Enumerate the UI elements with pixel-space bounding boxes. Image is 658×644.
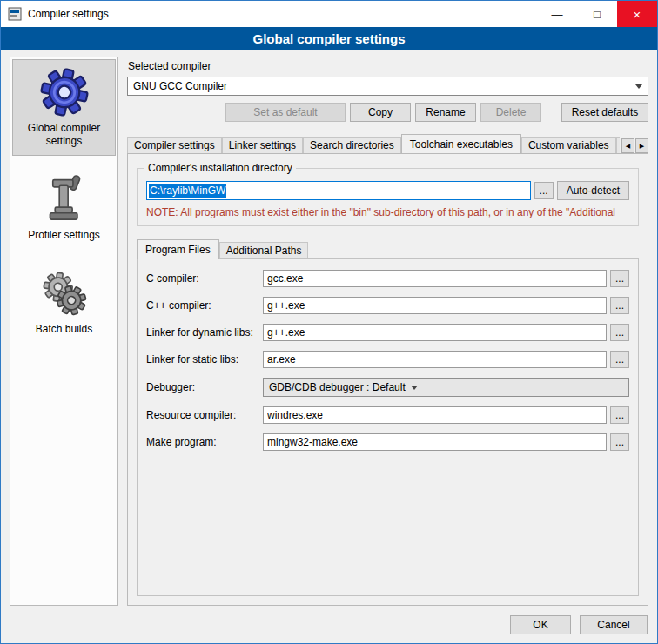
tab-search-directories[interactable]: Search directories <box>303 137 401 153</box>
cancel-button[interactable]: Cancel <box>580 615 648 634</box>
compiler-actions: Set as default Copy Rename Delete Reset … <box>127 103 648 122</box>
form-row: C compiler: ... <box>146 270 629 287</box>
close-button[interactable]: × <box>617 1 657 27</box>
tab-additional-paths[interactable]: Additional Paths <box>219 242 309 258</box>
resource-compiler-browse-button[interactable]: ... <box>610 406 629 424</box>
install-dir-input[interactable]: C:\raylib\MinGW <box>146 181 531 200</box>
linker-static-input[interactable] <box>263 351 607 368</box>
install-dir-selected-text: C:\raylib\MinGW <box>149 184 226 198</box>
auto-detect-button[interactable]: Auto-detect <box>557 181 629 200</box>
tab-scroll-controls: ◀ ▶ <box>621 138 648 153</box>
blue-gear-icon <box>39 67 90 117</box>
tabs-scroll-right-button[interactable]: ▶ <box>635 138 648 153</box>
tab-linker-settings[interactable]: Linker settings <box>222 137 303 153</box>
c-compiler-browse-button[interactable]: ... <box>610 270 629 287</box>
linker-dynamic-browse-button[interactable]: ... <box>610 324 629 341</box>
debugger-select[interactable]: GDB/CDB debugger : Default <box>263 378 629 397</box>
cpp-compiler-input[interactable] <box>263 297 607 314</box>
tab-custom-variables[interactable]: Custom variables <box>521 137 616 153</box>
install-dir-group-title: Compiler's installation directory <box>144 162 296 174</box>
linker-dynamic-input[interactable] <box>263 324 607 341</box>
ok-button[interactable]: OK <box>510 615 571 634</box>
tab-toolchain-executables[interactable]: Toolchain executables <box>401 134 521 153</box>
make-program-label: Make program: <box>146 436 263 448</box>
titlebar: Compiler settings — □ × <box>1 1 657 27</box>
app-icon <box>8 7 22 21</box>
debugger-label: Debugger: <box>146 381 263 393</box>
form-row: Resource compiler: ... <box>146 406 629 424</box>
compiler-settings-window: Compiler settings — □ × Global compiler … <box>0 0 658 644</box>
copy-button[interactable]: Copy <box>350 103 411 122</box>
set-as-default-button[interactable]: Set as default <box>225 103 346 122</box>
program-files-tabs: Program Files Additional Paths <box>137 238 639 258</box>
tab-build[interactable]: Build <box>616 137 620 153</box>
sidebar-item-batch-builds[interactable]: Batch builds <box>12 260 116 344</box>
c-compiler-input[interactable] <box>263 270 607 287</box>
resource-compiler-input[interactable] <box>263 406 607 424</box>
main-area: Selected compiler GNU GCC Compiler Set a… <box>127 57 648 606</box>
profiler-tool-icon <box>41 174 88 225</box>
make-program-input[interactable] <box>263 433 607 451</box>
window-title: Compiler settings <box>28 8 109 20</box>
tab-compiler-settings[interactable]: Compiler settings <box>127 137 222 153</box>
toolchain-panel: Compiler's installation directory C:\ray… <box>127 153 648 606</box>
dropdown-arrow-icon <box>635 84 642 89</box>
tabs-scroll-area: Compiler settings Linker settings Search… <box>127 134 620 153</box>
sidebar-item-global-compiler-settings[interactable]: Global compiler settings <box>12 59 116 156</box>
compiler-tabs: Compiler settings Linker settings Search… <box>127 133 648 153</box>
cpp-compiler-label: C++ compiler: <box>146 299 263 312</box>
dialog-footer: OK Cancel <box>1 609 657 643</box>
linker-static-label: Linker for static libs: <box>146 353 263 366</box>
dropdown-arrow-icon <box>411 386 418 390</box>
install-dir-browse-button[interactable]: ... <box>534 182 554 199</box>
sidebar-item-label: Global compiler settings <box>15 122 113 148</box>
window-controls: — □ × <box>537 1 657 27</box>
sidebar-item-label: Batch builds <box>36 323 92 336</box>
make-program-browse-button[interactable]: ... <box>610 433 629 451</box>
form-row: C++ compiler: ... <box>146 297 629 314</box>
gray-gears-icon <box>39 268 90 319</box>
install-dir-group: Compiler's installation directory C:\ray… <box>137 168 639 226</box>
form-row: Linker for dynamic libs: ... <box>146 324 629 341</box>
program-files-panel: C compiler: ... C++ compiler: ... Linker… <box>137 258 639 596</box>
sidebar-item-profiler-settings[interactable]: Profiler settings <box>12 166 116 250</box>
compiler-select[interactable]: GNU GCC Compiler <box>127 77 648 96</box>
c-compiler-label: C compiler: <box>146 272 263 285</box>
cpp-compiler-browse-button[interactable]: ... <box>610 297 629 314</box>
sidebar-item-label: Profiler settings <box>28 229 100 242</box>
delete-button[interactable]: Delete <box>480 103 541 122</box>
form-row: Make program: ... <box>146 433 629 451</box>
tabs-scroll-left-button[interactable]: ◀ <box>621 138 634 153</box>
settings-sidebar: Global compiler settings Profiler set <box>10 57 118 606</box>
minimize-button[interactable]: — <box>537 1 577 27</box>
note-text: NOTE: All programs must exist either in … <box>146 206 629 218</box>
form-row: Debugger: GDB/CDB debugger : Default <box>146 378 629 397</box>
tab-program-files[interactable]: Program Files <box>137 239 219 259</box>
form-row: Linker for static libs: ... <box>146 351 629 368</box>
linker-static-browse-button[interactable]: ... <box>610 351 629 368</box>
rename-button[interactable]: Rename <box>415 103 476 122</box>
debugger-select-value: GDB/CDB debugger : Default <box>269 381 406 393</box>
linker-dynamic-label: Linker for dynamic libs: <box>146 326 263 339</box>
reset-defaults-button[interactable]: Reset defaults <box>561 103 648 122</box>
compiler-select-value: GNU GCC Compiler <box>133 80 630 92</box>
page-title: Global compiler settings <box>1 27 657 50</box>
maximize-button[interactable]: □ <box>577 1 617 27</box>
resource-compiler-label: Resource compiler: <box>146 409 263 421</box>
selected-compiler-label: Selected compiler <box>128 60 648 72</box>
